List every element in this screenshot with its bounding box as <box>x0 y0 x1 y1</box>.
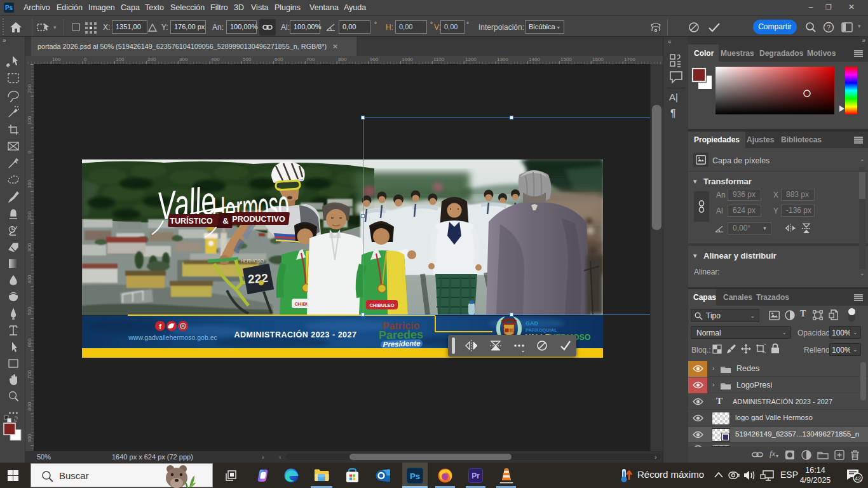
svg-text:42: 42 <box>855 475 861 482</box>
svg-text:GAD: GAD <box>526 320 539 327</box>
svg-text:www.gadvallehermoso.gob.ec: www.gadvallehermoso.gob.ec <box>128 334 217 341</box>
svg-text:222: 222 <box>247 271 268 286</box>
svg-text:Presidente: Presidente <box>383 339 421 348</box>
svg-text:PARROQUIAL: PARROQUIAL <box>526 327 557 333</box>
svg-text:CHIBULEO: CHIBULEO <box>369 302 394 308</box>
svg-text:TURÍSTICO: TURÍSTICO <box>170 216 213 226</box>
svg-text:HERMOSO: HERMOSO <box>241 259 264 263</box>
svg-text:f: f <box>159 323 161 330</box>
svg-text:PRODUCTIVO: PRODUCTIVO <box>232 215 285 224</box>
svg-text:&: & <box>222 216 228 226</box>
svg-text:?: ? <box>827 24 831 31</box>
svg-text:ADMINISTRACIÓN 2023 - 2027: ADMINISTRACIÓN 2023 - 2027 <box>234 330 357 339</box>
